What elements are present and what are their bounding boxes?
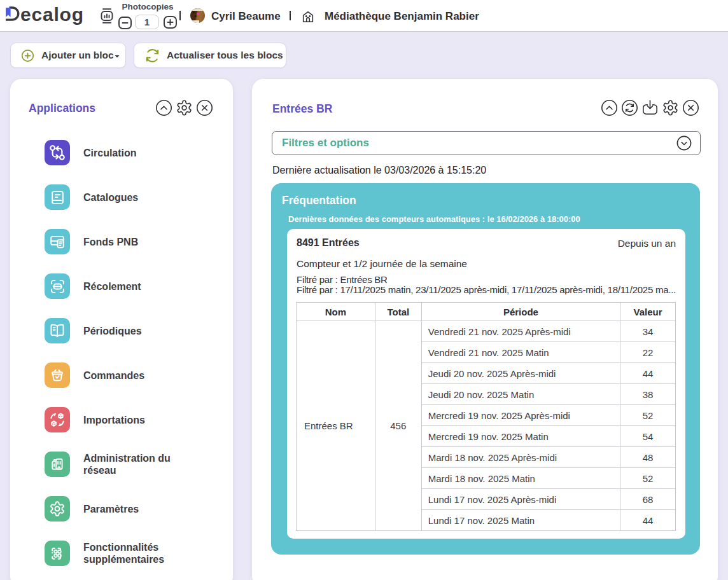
svg-text:ecalog: ecalog — [20, 5, 84, 25]
